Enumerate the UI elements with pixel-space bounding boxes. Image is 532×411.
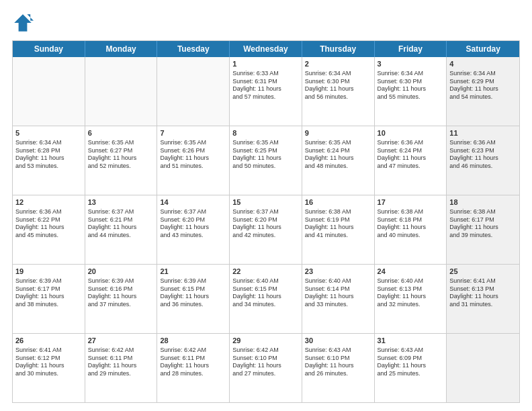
- header: [12, 12, 520, 34]
- cell-info: Sunrise: 6:42 AMSunset: 6:10 PMDaylight:…: [232, 347, 299, 378]
- cell-info: Sunrise: 6:38 AMSunset: 6:18 PMDaylight:…: [378, 208, 444, 240]
- cell-info: Sunrise: 6:35 AMSunset: 6:25 PMDaylight:…: [232, 139, 299, 171]
- day-number: 15: [232, 197, 299, 208]
- header-day-monday: Monday: [85, 41, 158, 57]
- cell-info: Sunrise: 6:37 AMSunset: 6:20 PMDaylight:…: [232, 208, 299, 240]
- day-number: 25: [449, 267, 517, 277]
- cell-info: Sunrise: 6:40 AMSunset: 6:13 PMDaylight:…: [378, 277, 444, 309]
- calendar-cell-4: 4Sunrise: 6:34 AMSunset: 6:29 PMDaylight…: [447, 57, 519, 126]
- calendar-cell-1: 1Sunrise: 6:33 AMSunset: 6:31 PMDaylight…: [230, 57, 302, 126]
- calendar-body: 1Sunrise: 6:33 AMSunset: 6:31 PMDaylight…: [13, 57, 519, 402]
- calendar-cell-18: 18Sunrise: 6:38 AMSunset: 6:17 PMDayligh…: [447, 195, 519, 264]
- calendar-cell-empty: [13, 57, 85, 126]
- calendar-cell-31: 31Sunrise: 6:43 AMSunset: 6:09 PMDayligh…: [375, 334, 447, 402]
- header-day-saturday: Saturday: [447, 41, 519, 57]
- calendar-cell-16: 16Sunrise: 6:38 AMSunset: 6:19 PMDayligh…: [302, 195, 375, 264]
- day-number: 6: [88, 128, 154, 138]
- cell-info: Sunrise: 6:35 AMSunset: 6:24 PMDaylight:…: [305, 139, 371, 171]
- calendar-cell-26: 26Sunrise: 6:41 AMSunset: 6:12 PMDayligh…: [13, 334, 85, 402]
- calendar-cell-28: 28Sunrise: 6:42 AMSunset: 6:11 PMDayligh…: [157, 334, 230, 402]
- day-number: 22: [232, 267, 299, 277]
- logo: [12, 12, 36, 34]
- cell-info: Sunrise: 6:38 AMSunset: 6:17 PMDaylight:…: [449, 208, 517, 240]
- day-number: 1: [232, 59, 299, 69]
- header-day-tuesday: Tuesday: [157, 41, 230, 57]
- cell-info: Sunrise: 6:34 AMSunset: 6:29 PMDaylight:…: [449, 70, 517, 101]
- cell-info: Sunrise: 6:36 AMSunset: 6:24 PMDaylight:…: [378, 139, 444, 171]
- day-number: 21: [160, 267, 226, 277]
- cell-info: Sunrise: 6:35 AMSunset: 6:27 PMDaylight:…: [88, 139, 154, 171]
- day-number: 17: [378, 197, 444, 208]
- calendar-cell-empty: [85, 57, 158, 126]
- calendar-cell-12: 12Sunrise: 6:36 AMSunset: 6:22 PMDayligh…: [13, 195, 85, 264]
- svg-marker-0: [14, 14, 32, 32]
- day-number: 31: [378, 336, 444, 346]
- day-number: 2: [305, 59, 371, 69]
- calendar: SundayMondayTuesdayWednesdayThursdayFrid…: [12, 40, 520, 403]
- day-number: 29: [232, 336, 299, 346]
- cell-info: Sunrise: 6:34 AMSunset: 6:30 PMDaylight:…: [305, 70, 371, 101]
- calendar-cell-30: 30Sunrise: 6:43 AMSunset: 6:10 PMDayligh…: [302, 334, 375, 402]
- day-number: 23: [305, 267, 371, 277]
- cell-info: Sunrise: 6:37 AMSunset: 6:21 PMDaylight:…: [88, 208, 154, 240]
- calendar-row-3: 19Sunrise: 6:39 AMSunset: 6:17 PMDayligh…: [13, 264, 519, 333]
- calendar-cell-17: 17Sunrise: 6:38 AMSunset: 6:18 PMDayligh…: [375, 195, 447, 264]
- day-number: 7: [160, 128, 226, 138]
- cell-info: Sunrise: 6:40 AMSunset: 6:14 PMDaylight:…: [305, 277, 371, 309]
- cell-info: Sunrise: 6:39 AMSunset: 6:15 PMDaylight:…: [160, 277, 226, 309]
- cell-info: Sunrise: 6:42 AMSunset: 6:11 PMDaylight:…: [88, 347, 154, 378]
- calendar-cell-3: 3Sunrise: 6:34 AMSunset: 6:30 PMDaylight…: [375, 57, 447, 126]
- day-number: 3: [378, 59, 444, 69]
- cell-info: Sunrise: 6:33 AMSunset: 6:31 PMDaylight:…: [232, 70, 299, 101]
- calendar-row-4: 26Sunrise: 6:41 AMSunset: 6:12 PMDayligh…: [13, 333, 519, 402]
- day-number: 24: [378, 267, 444, 277]
- calendar-cell-empty: [157, 57, 230, 126]
- calendar-cell-22: 22Sunrise: 6:40 AMSunset: 6:15 PMDayligh…: [230, 265, 302, 333]
- day-number: 26: [15, 336, 82, 346]
- day-number: 18: [449, 197, 517, 208]
- day-number: 12: [15, 197, 82, 208]
- calendar-header: SundayMondayTuesdayWednesdayThursdayFrid…: [13, 41, 519, 57]
- page: SundayMondayTuesdayWednesdayThursdayFrid…: [0, 0, 532, 411]
- cell-info: Sunrise: 6:38 AMSunset: 6:19 PMDaylight:…: [305, 208, 371, 240]
- day-number: 13: [88, 197, 154, 208]
- calendar-cell-10: 10Sunrise: 6:36 AMSunset: 6:24 PMDayligh…: [375, 126, 447, 195]
- header-day-sunday: Sunday: [13, 41, 85, 57]
- calendar-cell-20: 20Sunrise: 6:39 AMSunset: 6:16 PMDayligh…: [85, 265, 158, 333]
- header-day-wednesday: Wednesday: [230, 41, 302, 57]
- calendar-cell-27: 27Sunrise: 6:42 AMSunset: 6:11 PMDayligh…: [85, 334, 158, 402]
- calendar-cell-25: 25Sunrise: 6:41 AMSunset: 6:13 PMDayligh…: [447, 265, 519, 333]
- calendar-cell-19: 19Sunrise: 6:39 AMSunset: 6:17 PMDayligh…: [13, 265, 85, 333]
- cell-info: Sunrise: 6:39 AMSunset: 6:17 PMDaylight:…: [15, 277, 82, 309]
- calendar-cell-empty: [447, 334, 519, 402]
- cell-info: Sunrise: 6:43 AMSunset: 6:10 PMDaylight:…: [305, 347, 371, 378]
- day-number: 8: [232, 128, 299, 138]
- cell-info: Sunrise: 6:41 AMSunset: 6:13 PMDaylight:…: [449, 277, 517, 309]
- cell-info: Sunrise: 6:34 AMSunset: 6:28 PMDaylight:…: [15, 139, 82, 171]
- day-number: 16: [305, 197, 371, 208]
- day-number: 4: [449, 59, 517, 69]
- cell-info: Sunrise: 6:36 AMSunset: 6:22 PMDaylight:…: [15, 208, 82, 240]
- calendar-cell-11: 11Sunrise: 6:36 AMSunset: 6:23 PMDayligh…: [447, 126, 519, 195]
- cell-info: Sunrise: 6:36 AMSunset: 6:23 PMDaylight:…: [449, 139, 517, 171]
- cell-info: Sunrise: 6:34 AMSunset: 6:30 PMDaylight:…: [378, 70, 444, 101]
- header-day-thursday: Thursday: [302, 41, 375, 57]
- calendar-cell-6: 6Sunrise: 6:35 AMSunset: 6:27 PMDaylight…: [85, 126, 158, 195]
- header-day-friday: Friday: [375, 41, 447, 57]
- cell-info: Sunrise: 6:37 AMSunset: 6:20 PMDaylight:…: [160, 208, 226, 240]
- calendar-cell-2: 2Sunrise: 6:34 AMSunset: 6:30 PMDaylight…: [302, 57, 375, 126]
- day-number: 28: [160, 336, 226, 346]
- cell-info: Sunrise: 6:40 AMSunset: 6:15 PMDaylight:…: [232, 277, 299, 309]
- calendar-row-1: 5Sunrise: 6:34 AMSunset: 6:28 PMDaylight…: [13, 126, 519, 195]
- calendar-cell-8: 8Sunrise: 6:35 AMSunset: 6:25 PMDaylight…: [230, 126, 302, 195]
- day-number: 9: [305, 128, 371, 138]
- day-number: 11: [449, 128, 517, 138]
- cell-info: Sunrise: 6:39 AMSunset: 6:16 PMDaylight:…: [88, 277, 154, 309]
- day-number: 19: [15, 267, 82, 277]
- calendar-row-0: 1Sunrise: 6:33 AMSunset: 6:31 PMDaylight…: [13, 57, 519, 126]
- calendar-cell-13: 13Sunrise: 6:37 AMSunset: 6:21 PMDayligh…: [85, 195, 158, 264]
- calendar-cell-14: 14Sunrise: 6:37 AMSunset: 6:20 PMDayligh…: [157, 195, 230, 264]
- calendar-cell-21: 21Sunrise: 6:39 AMSunset: 6:15 PMDayligh…: [157, 265, 230, 333]
- cell-info: Sunrise: 6:41 AMSunset: 6:12 PMDaylight:…: [15, 347, 82, 378]
- calendar-row-2: 12Sunrise: 6:36 AMSunset: 6:22 PMDayligh…: [13, 195, 519, 264]
